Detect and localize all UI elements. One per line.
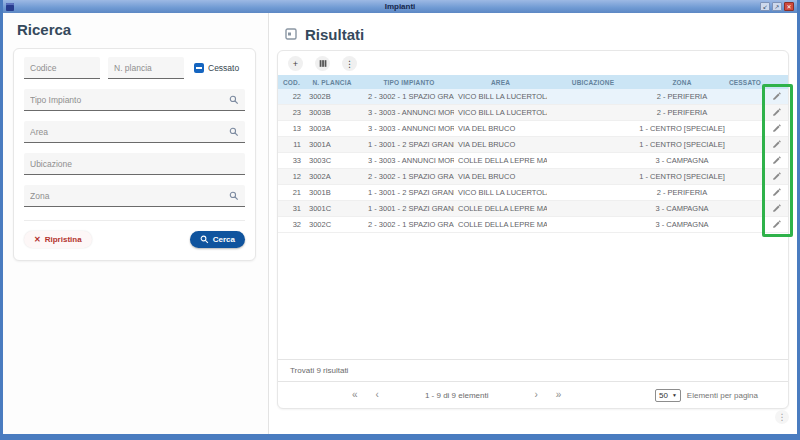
results-panel-title: Risultati <box>305 26 364 43</box>
overflow-menu-button[interactable]: ⋮ <box>775 410 789 424</box>
table-row[interactable]: 133003A3 - 3003 - ANNUNCI MOR...VIA DEL … <box>278 121 788 137</box>
plancia-input[interactable] <box>114 63 178 73</box>
maximize-button[interactable]: ↗ <box>772 2 782 11</box>
pagination-bar: « ‹ 1 - 9 di 9 elementi › » 50 ▼ Element… <box>278 381 788 408</box>
zona-input[interactable] <box>30 191 229 201</box>
cell-tipo: 1 - 3001 - 2 SPAZI GRANDI <box>359 185 454 200</box>
column-header-tipo[interactable]: TIPO IMPIANTO <box>359 75 454 89</box>
search-button[interactable]: Cerca <box>190 231 245 248</box>
columns-button[interactable] <box>315 56 330 71</box>
table-row[interactable]: 333003C3 - 3003 - ANNUNCI MOR...COLLE DE… <box>278 153 788 169</box>
cell-plancia: 3001B <box>305 185 359 200</box>
table-row[interactable]: 233003B3 - 3003 - ANNUNCI MOR...VICO BIL… <box>278 105 788 121</box>
edit-button[interactable] <box>765 169 788 184</box>
edit-button[interactable] <box>765 217 788 232</box>
cell-zona: 2 - PERIFERIA <box>639 89 725 104</box>
column-header-cessato[interactable]: CESSATO <box>725 75 765 89</box>
cell-ubicazione <box>547 169 639 184</box>
reset-button[interactable]: ✕ Ripristina <box>24 231 92 248</box>
cell-cessato <box>725 185 765 200</box>
cell-cessato <box>725 121 765 136</box>
edit-button[interactable] <box>765 185 788 200</box>
table-row[interactable]: 323002C2 - 3002 - 1 SPAZIO GRAN...COLLE … <box>278 217 788 233</box>
edit-button[interactable] <box>765 201 788 216</box>
results-panel-icon[interactable] <box>285 28 297 40</box>
cell-plancia: 3002A <box>305 169 359 184</box>
cell-plancia: 3002C <box>305 217 359 232</box>
ubicazione-input[interactable] <box>30 159 239 169</box>
cessato-label: Cessato <box>208 63 239 73</box>
cell-tipo: 1 - 3001 - 2 SPAZI GRANDI <box>359 137 454 152</box>
cell-ubicazione <box>547 137 639 152</box>
add-button[interactable]: + <box>288 56 303 71</box>
next-page-button[interactable]: › <box>533 390 540 400</box>
cessato-checkbox[interactable] <box>194 63 204 73</box>
page-size-select[interactable]: 50 ▼ <box>655 389 681 402</box>
app-window: Impianti ↙ ↗ ✕ Ricerca Ces <box>0 0 800 440</box>
table-row[interactable]: 213001B1 - 3001 - 2 SPAZI GRANDIVICO BIL… <box>278 185 788 201</box>
search-panel-title: Ricerca <box>17 21 268 39</box>
cell-cod: 12 <box>278 169 305 184</box>
titlebar[interactable]: Impianti ↙ ↗ ✕ <box>3 0 797 13</box>
cell-zona: 3 - CAMPAGNA <box>639 217 725 232</box>
search-icon[interactable] <box>229 127 239 137</box>
last-page-button[interactable]: » <box>554 390 564 400</box>
per-page-label: Elementi per pagina <box>687 391 758 400</box>
cell-plancia: 3003A <box>305 121 359 136</box>
codice-field-wrap <box>24 57 100 79</box>
edit-button[interactable] <box>765 121 788 136</box>
codice-input[interactable] <box>30 63 94 73</box>
page-size-value: 50 <box>659 391 668 400</box>
minimize-button[interactable]: ↙ <box>760 2 770 11</box>
table-row[interactable]: 113001A1 - 3001 - 2 SPAZI GRANDIVIA DEL … <box>278 137 788 153</box>
cell-ubicazione <box>547 217 639 232</box>
results-card: + ⋮ COD.N. PLANCIATIPO IMPIANTOAREAUBICA… <box>277 50 789 409</box>
table-row[interactable]: 123002A2 - 3002 - 1 SPAZIO GRAN...VIA DE… <box>278 169 788 185</box>
close-button[interactable]: ✕ <box>784 2 794 11</box>
column-header-plancia[interactable]: N. PLANCIA <box>305 75 359 89</box>
column-header-ubicazione[interactable]: UBICAZIONE <box>547 75 639 89</box>
window-title: Impianti <box>3 2 797 11</box>
edit-button[interactable] <box>765 89 788 104</box>
cell-cessato <box>725 169 765 184</box>
cell-ubicazione <box>547 201 639 216</box>
edit-button[interactable] <box>765 105 788 120</box>
cell-area: VIA DEL BRUCO <box>454 121 547 136</box>
cell-area: VICO BILL LA LUCERTOLA <box>454 105 547 120</box>
column-header-zona[interactable]: ZONA <box>639 75 725 89</box>
edit-button[interactable] <box>765 137 788 152</box>
cell-cod: 21 <box>278 185 305 200</box>
tipo-impianto-input[interactable] <box>30 95 229 105</box>
search-icon[interactable] <box>229 95 239 105</box>
table-row[interactable]: 223002B2 - 3002 - 1 SPAZIO GRAN...VICO B… <box>278 89 788 105</box>
edit-pencil-icon <box>772 220 781 229</box>
column-header-cod[interactable]: COD. <box>278 75 305 89</box>
previous-page-button[interactable]: ‹ <box>374 390 381 400</box>
cell-zona: 3 - CAMPAGNA <box>639 153 725 168</box>
cell-zona: 2 - PERIFERIA <box>639 105 725 120</box>
plancia-field-wrap <box>108 57 184 79</box>
cell-plancia: 3003B <box>305 105 359 120</box>
area-input[interactable] <box>30 127 229 137</box>
edit-pencil-icon <box>772 124 781 133</box>
first-page-button[interactable]: « <box>350 390 360 400</box>
cell-zona: 3 - CAMPAGNA <box>639 201 725 216</box>
cell-plancia: 3001C <box>305 201 359 216</box>
column-header-area[interactable]: AREA <box>454 75 547 89</box>
cell-tipo: 3 - 3003 - ANNUNCI MOR... <box>359 153 454 168</box>
table-row[interactable]: 313001C1 - 3001 - 2 SPAZI GRANDICOLLE DE… <box>278 201 788 217</box>
cell-zona: 2 - PERIFERIA <box>639 185 725 200</box>
cell-ubicazione <box>547 185 639 200</box>
cell-cessato <box>725 153 765 168</box>
pagination-range: 1 - 9 di 9 elementi <box>425 391 489 400</box>
cessato-checkbox-group[interactable]: Cessato <box>194 63 239 73</box>
edit-pencil-icon <box>772 92 781 101</box>
results-count: Trovati 9 risultati <box>278 359 788 381</box>
table-empty-space <box>278 233 788 359</box>
search-icon[interactable] <box>229 191 239 201</box>
edit-button[interactable] <box>765 153 788 168</box>
cell-tipo: 2 - 3002 - 1 SPAZIO GRAN... <box>359 217 454 232</box>
tipo-impianto-field-wrap <box>24 89 245 111</box>
area-field-wrap <box>24 121 245 143</box>
more-options-button[interactable]: ⋮ <box>342 56 357 71</box>
